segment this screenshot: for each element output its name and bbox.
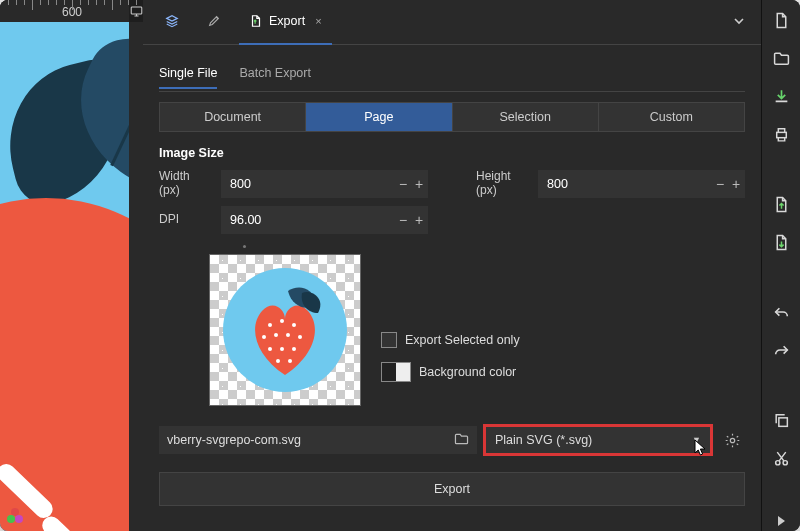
import-icon[interactable] (771, 194, 791, 214)
output-filename[interactable]: vberry-svgrepo-com.svg (159, 426, 477, 454)
dpi-increment[interactable]: + (411, 207, 427, 233)
expand-toolbar-icon[interactable] (771, 511, 791, 531)
canvas-pane: 600 70 // draw tick marks (0, 0, 143, 531)
svg-point-8 (298, 335, 302, 339)
close-icon[interactable]: × (315, 15, 321, 27)
vertical-scrollbar[interactable] (129, 22, 143, 531)
subtab-single-file[interactable]: Single File (159, 66, 217, 89)
folder-icon[interactable] (454, 432, 469, 448)
filename-text: vberry-svgrepo-com.svg (167, 433, 301, 447)
dialog-tabbar: Export × (143, 0, 761, 45)
svg-rect-15 (776, 132, 786, 137)
dpi-label: DPI (159, 213, 207, 227)
undo-icon[interactable] (771, 302, 791, 322)
display-icon[interactable] (129, 3, 143, 19)
height-label: Height (px) (476, 170, 524, 198)
format-label: Plain SVG (*.svg) (495, 433, 592, 447)
svg-rect-16 (778, 417, 787, 426)
svg-point-20 (7, 515, 15, 523)
right-toolbar (761, 0, 800, 531)
collapse-panel-icon[interactable] (729, 9, 749, 36)
export-button[interactable]: Export (159, 472, 745, 506)
tab-export-label: Export (269, 14, 305, 28)
save-icon[interactable] (771, 86, 791, 106)
mode-custom[interactable]: Custom (599, 102, 745, 132)
svg-point-19 (11, 508, 19, 516)
svg-point-4 (292, 323, 296, 327)
cut-icon[interactable] (771, 448, 791, 468)
svg-point-5 (262, 335, 266, 339)
svg-point-7 (286, 333, 290, 337)
mode-selection[interactable]: Selection (453, 102, 599, 132)
dpi-input[interactable]: − + (221, 206, 428, 234)
open-folder-icon[interactable] (771, 48, 791, 68)
height-field[interactable] (539, 177, 712, 191)
checkbox-icon (381, 332, 397, 348)
svg-point-18 (783, 460, 787, 464)
mode-document[interactable]: Document (159, 102, 306, 132)
svg-point-13 (288, 359, 292, 363)
svg-point-11 (292, 347, 296, 351)
tab-layers[interactable] (155, 0, 189, 45)
background-color-label: Background color (419, 365, 516, 379)
svg-point-14 (730, 438, 734, 442)
svg-point-3 (280, 319, 284, 323)
width-decrement[interactable]: − (395, 171, 411, 197)
svg-point-6 (274, 333, 278, 337)
color-swatch[interactable] (381, 362, 411, 382)
height-decrement[interactable]: − (712, 171, 728, 197)
subtab-batch-export[interactable]: Batch Export (239, 66, 311, 89)
tab-export[interactable]: Export × (239, 0, 332, 45)
svg-point-12 (276, 359, 280, 363)
color-circles-icon[interactable] (5, 506, 25, 526)
height-input[interactable]: − + (538, 170, 745, 198)
svg-point-2 (268, 323, 272, 327)
export-mode-tabs: Single File Batch Export (159, 57, 745, 92)
section-image-size: Image Size (159, 146, 745, 160)
export-icon[interactable] (771, 232, 791, 252)
svg-rect-0 (131, 7, 142, 14)
copy-icon[interactable] (771, 410, 791, 430)
width-field[interactable] (222, 177, 395, 191)
svg-point-10 (280, 347, 284, 351)
height-increment[interactable]: + (728, 171, 744, 197)
export-area-selector: Document Page Selection Custom (159, 102, 745, 132)
dpi-field[interactable] (222, 213, 395, 227)
dpi-decrement[interactable]: − (395, 207, 411, 233)
print-icon[interactable] (771, 124, 791, 144)
svg-point-17 (775, 460, 779, 464)
tab-edit[interactable] (197, 0, 231, 45)
width-increment[interactable]: + (411, 171, 427, 197)
redo-icon[interactable] (771, 340, 791, 360)
width-input[interactable]: − + (221, 170, 428, 198)
svg-point-9 (268, 347, 272, 351)
export-selected-label: Export Selected only (405, 333, 520, 347)
svg-point-21 (15, 515, 23, 523)
background-color-option[interactable]: Background color (381, 362, 520, 382)
canvas-viewport[interactable] (0, 22, 129, 531)
mode-page[interactable]: Page (306, 102, 452, 132)
export-preview (209, 254, 361, 406)
width-label: Width (px) (159, 170, 207, 198)
export-selected-checkbox[interactable]: Export Selected only (381, 332, 520, 348)
new-document-icon[interactable] (771, 10, 791, 30)
export-settings-icon[interactable] (719, 427, 745, 453)
export-dialog: Export × Single File Batch Export Docume… (143, 0, 761, 531)
chevron-down-icon: ▼ (692, 435, 701, 445)
ruler-horizontal: 600 70 // draw tick marks (0, 0, 129, 23)
export-format-dropdown[interactable]: Plain SVG (*.svg) ▼ (485, 426, 711, 454)
